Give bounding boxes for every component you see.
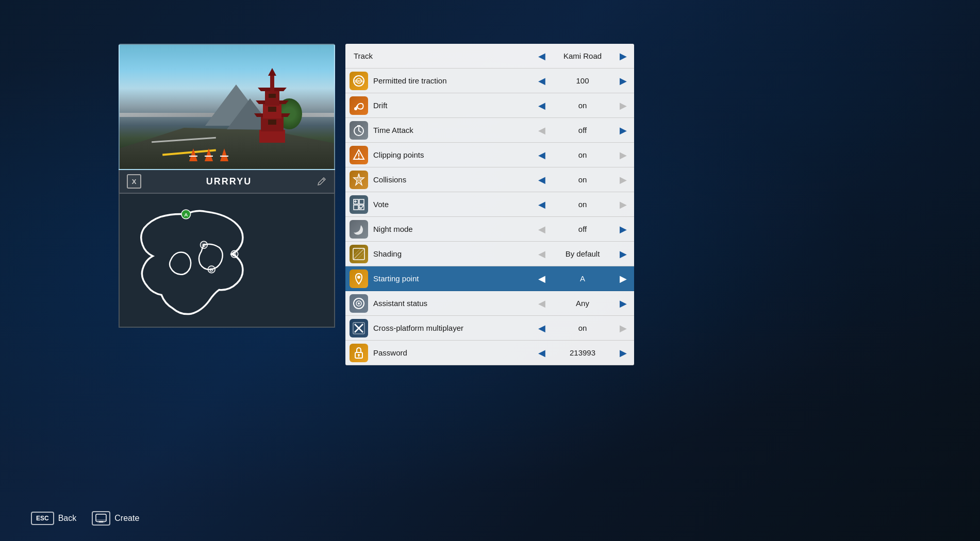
password-label: Password (373, 348, 517, 357)
svg-marker-12 (189, 148, 197, 161)
svg-marker-16 (220, 148, 228, 161)
edit-icon[interactable] (317, 176, 327, 187)
tire-icon: 100% (350, 72, 368, 90)
setting-row-crossplatform: Cross-platform multiplayer ◀ on ▶ (345, 316, 634, 341)
setting-row-clipping: Clipping points ◀ on ▶ (345, 143, 634, 167)
tire-controls: ◀ 100 ▶ (517, 73, 630, 89)
track-map: A B C D (119, 194, 335, 328)
tire-left-arrow[interactable]: ◀ (535, 73, 549, 89)
nightmode-value: off (552, 225, 613, 233)
vote-label: Vote (373, 200, 517, 209)
clipping-controls: ◀ on ▶ (517, 147, 630, 163)
startingpoint-left-arrow[interactable]: ◀ (535, 271, 549, 286)
crossplatform-icon (350, 319, 368, 337)
vote-controls: ◀ on ▶ (517, 197, 630, 212)
track-label: Track (350, 52, 517, 60)
clipping-label: Clipping points (373, 150, 517, 159)
track-controls: ◀ Kami Road ▶ (517, 48, 630, 64)
vote-left-arrow[interactable]: ◀ (535, 197, 549, 212)
svg-point-52 (358, 354, 360, 356)
shading-left-arrow[interactable]: ◀ (535, 246, 549, 262)
x-button[interactable]: X (127, 174, 141, 189)
drift-label: Drift (373, 101, 517, 110)
svg-text:C: C (202, 243, 206, 248)
svg-rect-40 (359, 199, 364, 204)
shading-value: By default (552, 249, 613, 258)
crossplatform-value: on (552, 324, 613, 332)
timeattack-left-arrow[interactable]: ◀ (535, 123, 549, 138)
crossplatform-left-arrow[interactable]: ◀ (535, 320, 549, 336)
setting-row-vote: Vote ◀ on ▶ (345, 192, 634, 217)
create-button[interactable]: Create (92, 511, 139, 526)
svg-rect-10 (268, 107, 276, 112)
clipping-icon (350, 146, 368, 164)
back-label: Back (58, 514, 77, 523)
settings-panel: Track ◀ Kami Road ▶ 100% Permitted tire … (345, 44, 634, 365)
assistant-right-arrow[interactable]: ▶ (617, 296, 630, 311)
crossplatform-label: Cross-platform multiplayer (373, 324, 517, 332)
track-left-arrow[interactable]: ◀ (535, 48, 549, 64)
clipping-right-arrow[interactable]: ▶ (617, 147, 630, 163)
collisions-controls: ◀ on ▶ (517, 172, 630, 188)
clipping-value: on (552, 150, 613, 159)
setting-row-startingpoint: Starting point ◀ A ▶ (345, 266, 634, 291)
shading-icon (350, 245, 368, 263)
assistant-controls: ◀ Any ▶ (517, 296, 630, 311)
setting-row-drift: Drift ◀ on ▶ (345, 93, 634, 118)
svg-text:B: B (233, 252, 237, 257)
startingpoint-icon (350, 269, 368, 288)
collisions-icon (350, 171, 368, 189)
nightmode-label: Night mode (373, 225, 517, 233)
player-name: URRRYU (146, 176, 311, 187)
back-button[interactable]: ESC Back (31, 512, 76, 525)
vote-right-arrow[interactable]: ▶ (617, 197, 630, 212)
svg-text:100%: 100% (354, 79, 364, 83)
crossplatform-right-arrow[interactable]: ▶ (617, 320, 630, 336)
shading-right-arrow[interactable]: ▶ (617, 246, 630, 262)
track-right-arrow[interactable]: ▶ (617, 48, 630, 64)
nightmode-left-arrow[interactable]: ◀ (535, 222, 549, 237)
timeattack-value: off (552, 126, 613, 134)
svg-point-36 (358, 157, 360, 159)
collisions-left-arrow[interactable]: ◀ (535, 172, 549, 188)
timeattack-controls: ◀ off ▶ (517, 123, 630, 138)
svg-rect-56 (99, 521, 103, 522)
timeattack-right-arrow[interactable]: ▶ (617, 123, 630, 138)
setting-row-tire: 100% Permitted tire traction ◀ 100 ▶ (345, 69, 634, 93)
startingpoint-right-arrow[interactable]: ▶ (617, 271, 630, 286)
nightmode-icon (350, 220, 368, 239)
bottom-bar: ESC Back Create (31, 511, 139, 526)
startingpoint-label: Starting point (373, 274, 517, 283)
svg-point-29 (354, 107, 357, 110)
svg-rect-7 (270, 76, 274, 91)
shading-controls: ◀ By default ▶ (517, 246, 630, 262)
crossplatform-controls: ◀ on ▶ (517, 320, 630, 336)
svg-rect-57 (97, 522, 105, 523)
svg-rect-9 (268, 120, 276, 125)
password-right-arrow[interactable]: ▶ (617, 345, 630, 361)
svg-text:A: A (184, 212, 188, 217)
collisions-value: on (552, 175, 613, 184)
startingpoint-controls: ◀ A ▶ (517, 271, 630, 286)
assistant-left-arrow[interactable]: ◀ (535, 296, 549, 311)
svg-text:D: D (210, 267, 213, 273)
setting-row-assistant: Assistant status ◀ Any ▶ (345, 291, 634, 316)
svg-point-47 (358, 302, 360, 305)
svg-point-44 (357, 276, 360, 279)
nightmode-right-arrow[interactable]: ▶ (617, 222, 630, 237)
player-bar: X URRRYU (119, 170, 335, 194)
clipping-left-arrow[interactable]: ◀ (535, 147, 549, 163)
setting-row-shading: Shading ◀ By default ▶ (345, 242, 634, 266)
password-left-arrow[interactable]: ◀ (535, 345, 549, 361)
startingpoint-value: A (552, 274, 613, 283)
drift-right-arrow[interactable]: ▶ (617, 98, 630, 113)
setting-row-track: Track ◀ Kami Road ▶ (345, 44, 634, 69)
collisions-label: Collisions (373, 175, 517, 184)
svg-rect-41 (354, 205, 358, 210)
drift-left-arrow[interactable]: ◀ (535, 98, 549, 113)
shading-label: Shading (373, 249, 517, 258)
collisions-right-arrow[interactable]: ▶ (617, 172, 630, 188)
tire-right-arrow[interactable]: ▶ (617, 73, 630, 89)
track-value: Kami Road (552, 52, 613, 60)
password-value: 213993 (552, 348, 613, 357)
